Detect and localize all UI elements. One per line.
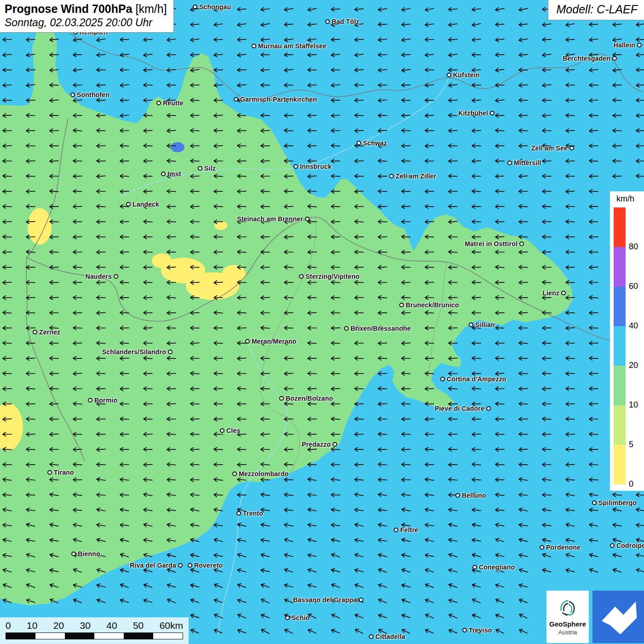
legend-color-scale: 806040201050 bbox=[610, 207, 644, 484]
city-marker bbox=[114, 274, 118, 279]
city-marker bbox=[507, 161, 512, 165]
city-label: Sonthofen bbox=[77, 91, 109, 98]
city-label: Pordenone bbox=[546, 544, 581, 551]
city-layer: SchongauBad TölzKemptenMurnau am Staffel… bbox=[0, 0, 644, 644]
city-marker bbox=[293, 164, 298, 169]
city-marker bbox=[389, 174, 394, 178]
legend-unit-label: km/h bbox=[610, 191, 644, 207]
scalebar-label: 20 bbox=[53, 620, 64, 631]
legend-segment: 20 bbox=[614, 326, 626, 366]
city-marker bbox=[188, 563, 192, 568]
city-marker bbox=[356, 141, 361, 145]
city-label: Reutte bbox=[163, 99, 184, 107]
city-label: Riva del Garda bbox=[130, 562, 176, 569]
legend: km/h 806040201050 bbox=[610, 191, 644, 491]
city-marker bbox=[399, 303, 404, 307]
city-label: Treviso bbox=[469, 627, 492, 634]
city-label: Brixen/Bressanone bbox=[351, 325, 411, 332]
city-marker bbox=[279, 396, 284, 401]
city-label: Steinach am Brenner bbox=[237, 215, 303, 223]
city-label: Tirano bbox=[54, 469, 74, 476]
scalebar-label: 30 bbox=[80, 620, 90, 631]
legend-segment: 5 bbox=[614, 405, 626, 445]
city-label: Kitzbühel bbox=[458, 109, 488, 117]
legend-tick-label: 40 bbox=[629, 321, 638, 331]
city-marker bbox=[245, 339, 250, 344]
city-marker bbox=[71, 552, 76, 556]
city-marker bbox=[168, 350, 172, 354]
city-label: Bienno bbox=[78, 550, 100, 558]
city-marker bbox=[299, 274, 304, 279]
city-marker bbox=[561, 291, 566, 295]
city-marker bbox=[394, 528, 398, 532]
legend-segment: 60 bbox=[614, 247, 626, 287]
city-label: Garmisch-Partenkirchen bbox=[240, 96, 317, 103]
city-marker bbox=[610, 543, 615, 548]
city-marker bbox=[472, 565, 477, 569]
forecast-datetime: Sonntag, 02.03.2025 20:00 Uhr bbox=[5, 17, 167, 29]
logo-country-text: Austria bbox=[558, 629, 577, 636]
city-label: Predazzo bbox=[302, 441, 331, 448]
city-marker bbox=[236, 511, 241, 516]
city-marker bbox=[569, 146, 574, 150]
legend-tick-label: 20 bbox=[629, 361, 638, 370]
geosphere-swirl-icon bbox=[557, 598, 578, 619]
city-label: Nauders bbox=[86, 273, 112, 280]
legend-segment: 0 bbox=[614, 445, 626, 484]
scalebar-label: 10 bbox=[27, 620, 37, 631]
city-label: Conegliano bbox=[479, 564, 515, 571]
city-label: Schlanders/Silandro bbox=[102, 348, 166, 356]
legend-tick-label: 0 bbox=[629, 479, 633, 489]
city-marker bbox=[612, 56, 617, 61]
city-marker bbox=[344, 326, 349, 331]
model-label: Modell: C-LAEF bbox=[548, 0, 644, 20]
city-label: Hallein bbox=[614, 41, 635, 49]
city-label: Schio bbox=[292, 614, 310, 621]
city-marker bbox=[88, 398, 92, 402]
city-marker bbox=[486, 406, 491, 411]
legend-tick-label: 5 bbox=[629, 440, 633, 449]
legend-segment: 40 bbox=[614, 287, 626, 326]
city-marker bbox=[234, 97, 238, 102]
city-label: Bad Tölz bbox=[332, 18, 359, 25]
city-label: Zernez bbox=[39, 328, 60, 336]
city-marker bbox=[47, 470, 52, 475]
city-marker bbox=[440, 377, 445, 381]
city-label: Lienz bbox=[542, 289, 559, 297]
city-label: Kufstein bbox=[453, 71, 480, 79]
geosphere-logo-mark bbox=[592, 591, 644, 643]
scalebar-label: 60km bbox=[160, 620, 183, 631]
city-label: Cittadella bbox=[375, 633, 405, 640]
city-marker bbox=[126, 202, 131, 207]
city-label: Imst bbox=[167, 170, 181, 178]
city-label: Zell am Ziller bbox=[396, 172, 436, 180]
city-marker bbox=[285, 615, 290, 620]
city-marker bbox=[592, 500, 597, 505]
city-marker bbox=[193, 5, 197, 9]
city-label: Rovereto bbox=[194, 562, 223, 569]
city-label: Landeck bbox=[132, 201, 159, 208]
city-marker bbox=[220, 428, 224, 433]
city-label: Pieve di Cadore bbox=[435, 405, 484, 412]
city-label: Sillian bbox=[475, 321, 495, 328]
city-label: Matrei in Osttirol bbox=[465, 240, 518, 247]
city-marker bbox=[359, 598, 363, 602]
legend-tick-label: 80 bbox=[629, 242, 638, 252]
city-marker bbox=[333, 442, 337, 447]
city-marker bbox=[161, 172, 166, 176]
city-label: Silz bbox=[204, 165, 216, 172]
city-label: Meran/Merano bbox=[252, 338, 296, 345]
city-marker bbox=[178, 563, 183, 568]
city-marker bbox=[33, 330, 37, 334]
geosphere-logo: GeoSphere Austria bbox=[546, 591, 644, 643]
city-marker bbox=[252, 44, 256, 48]
legend-segment: 10 bbox=[614, 366, 626, 405]
city-label: Bormio bbox=[94, 397, 117, 404]
scalebar-stripes bbox=[6, 632, 183, 639]
city-marker bbox=[70, 92, 75, 97]
city-label: Zell am See bbox=[531, 144, 568, 152]
city-label: Schongau bbox=[199, 3, 231, 11]
city-label: Mezzolombardo bbox=[239, 470, 288, 477]
geosphere-logo-card: GeoSphere Austria bbox=[546, 591, 589, 643]
city-marker bbox=[447, 73, 451, 77]
